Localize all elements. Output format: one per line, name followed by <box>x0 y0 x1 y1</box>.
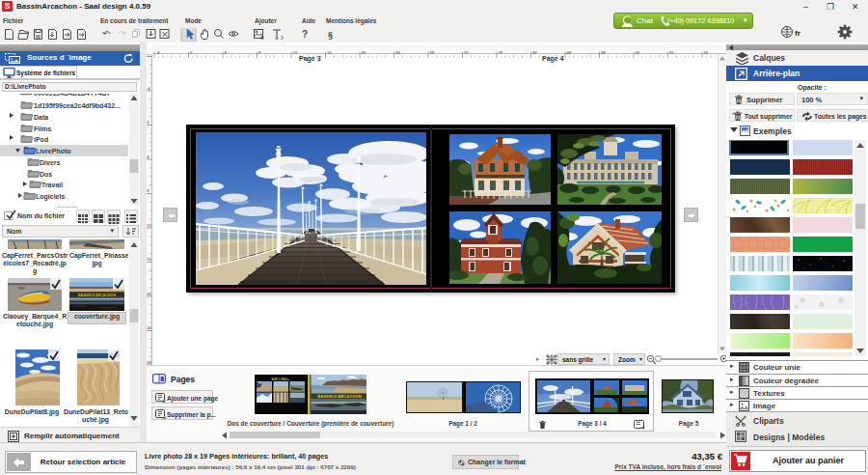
svg-text:BASSIN D'ARCACHON: BASSIN D'ARCACHON <box>78 293 116 297</box>
svg-text:0: 0 <box>190 50 193 55</box>
svg-text:20: 20 <box>147 292 151 296</box>
svg-text:28: 28 <box>430 50 435 55</box>
svg-text:40: 40 <box>532 50 537 55</box>
svg-text:32: 32 <box>464 50 469 55</box>
svg-text:16: 16 <box>147 257 151 262</box>
svg-text:24: 24 <box>147 325 151 330</box>
svg-text:BASSIN D'ARCACHON: BASSIN D'ARCACHON <box>317 394 361 399</box>
svg-text:SUR L'EAU...: SUR L'EAU... <box>271 377 290 381</box>
svg-text:4: 4 <box>147 154 149 159</box>
svg-text:12: 12 <box>293 50 298 55</box>
svg-text:fr: fr <box>795 29 800 38</box>
svg-text:?: ? <box>302 29 308 40</box>
svg-text:4: 4 <box>225 50 228 55</box>
svg-text:-8: -8 <box>147 54 150 56</box>
svg-text:44: 44 <box>567 50 572 55</box>
svg-text:8: 8 <box>147 188 149 193</box>
svg-text:16: 16 <box>327 50 332 55</box>
svg-text:36: 36 <box>499 50 503 55</box>
svg-text:20: 20 <box>362 50 366 55</box>
svg-text:8: 8 <box>258 50 261 55</box>
svg-text:24: 24 <box>395 50 400 55</box>
svg-text:12: 12 <box>147 223 151 228</box>
svg-text:48: 48 <box>601 50 606 55</box>
svg-text:-4: -4 <box>156 50 160 55</box>
svg-text:52: 52 <box>636 50 640 55</box>
svg-text:60: 60 <box>704 50 709 55</box>
svg-text:§: § <box>328 30 333 40</box>
svg-text:-4: -4 <box>147 86 150 91</box>
svg-text:56: 56 <box>669 50 674 55</box>
svg-text:0: 0 <box>147 120 149 125</box>
